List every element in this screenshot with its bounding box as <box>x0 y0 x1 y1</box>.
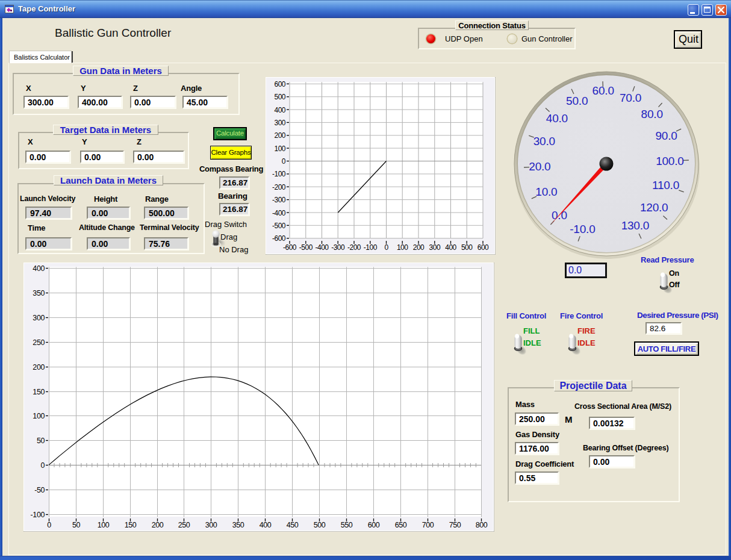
svg-text:200: 200 <box>274 131 285 140</box>
svg-text:-100: -100 <box>272 170 286 178</box>
svg-text:-300: -300 <box>331 243 345 252</box>
svg-text:30.0: 30.0 <box>533 135 555 148</box>
svg-text:100: 100 <box>274 145 285 153</box>
svg-text:100: 100 <box>397 243 408 252</box>
svg-text:800: 800 <box>476 521 488 529</box>
svg-text:650: 650 <box>395 521 407 529</box>
svg-text:0: 0 <box>40 461 45 470</box>
svg-text:500: 500 <box>461 243 473 252</box>
svg-text:200: 200 <box>33 363 45 372</box>
svg-text:-600: -600 <box>272 234 286 243</box>
svg-text:-400: -400 <box>315 243 329 252</box>
svg-text:80.0: 80.0 <box>641 108 663 120</box>
svg-text:50: 50 <box>72 521 81 529</box>
svg-text:700: 700 <box>422 521 434 529</box>
svg-text:350: 350 <box>232 521 244 529</box>
svg-text:200: 200 <box>413 243 425 252</box>
svg-text:300: 300 <box>33 314 45 322</box>
svg-text:150: 150 <box>33 388 45 396</box>
svg-text:400: 400 <box>260 521 272 529</box>
svg-text:100: 100 <box>98 521 110 529</box>
svg-text:450: 450 <box>287 521 299 529</box>
svg-text:-200: -200 <box>347 243 361 252</box>
svg-text:-400: -400 <box>272 209 286 217</box>
svg-text:50: 50 <box>37 437 45 445</box>
svg-text:-10.0: -10.0 <box>570 223 595 235</box>
svg-text:150: 150 <box>125 521 137 529</box>
svg-text:300: 300 <box>274 119 285 127</box>
svg-text:500: 500 <box>314 521 326 529</box>
svg-text:110.0: 110.0 <box>652 179 679 191</box>
svg-text:100: 100 <box>33 412 45 420</box>
svg-text:0: 0 <box>384 243 388 252</box>
svg-text:300: 300 <box>429 243 441 252</box>
svg-text:200: 200 <box>152 521 164 529</box>
svg-text:400: 400 <box>274 106 285 114</box>
svg-text:130.0: 130.0 <box>621 219 650 232</box>
svg-text:-200: -200 <box>272 183 286 191</box>
svg-text:500: 500 <box>274 93 285 101</box>
svg-text:-100: -100 <box>31 511 45 519</box>
svg-text:-600: -600 <box>283 243 297 252</box>
svg-text:350: 350 <box>33 289 45 297</box>
svg-text:-500: -500 <box>272 222 286 230</box>
svg-text:600: 600 <box>368 521 380 529</box>
svg-text:40.0: 40.0 <box>546 112 568 125</box>
svg-text:-50: -50 <box>34 486 45 494</box>
svg-text:300: 300 <box>205 521 217 529</box>
svg-text:50.0: 50.0 <box>566 95 588 107</box>
svg-text:250: 250 <box>33 338 45 347</box>
svg-text:-100: -100 <box>364 243 378 252</box>
svg-text:60.0: 60.0 <box>593 84 614 97</box>
svg-text:0: 0 <box>47 521 51 529</box>
svg-text:120.0: 120.0 <box>640 201 668 214</box>
svg-text:-500: -500 <box>299 243 313 252</box>
svg-text:750: 750 <box>449 521 461 529</box>
svg-text:400: 400 <box>33 264 45 273</box>
svg-text:90.0: 90.0 <box>656 129 677 142</box>
svg-text:600: 600 <box>477 243 489 252</box>
svg-text:0: 0 <box>282 157 286 166</box>
svg-text:70.0: 70.0 <box>620 92 641 104</box>
svg-text:100.0: 100.0 <box>656 155 684 167</box>
svg-text:550: 550 <box>341 521 353 529</box>
svg-text:10.0: 10.0 <box>535 185 557 198</box>
svg-text:400: 400 <box>445 243 456 252</box>
svg-text:20.0: 20.0 <box>529 160 550 173</box>
svg-text:-300: -300 <box>272 196 286 204</box>
svg-text:600: 600 <box>274 80 285 89</box>
svg-text:250: 250 <box>178 521 190 529</box>
